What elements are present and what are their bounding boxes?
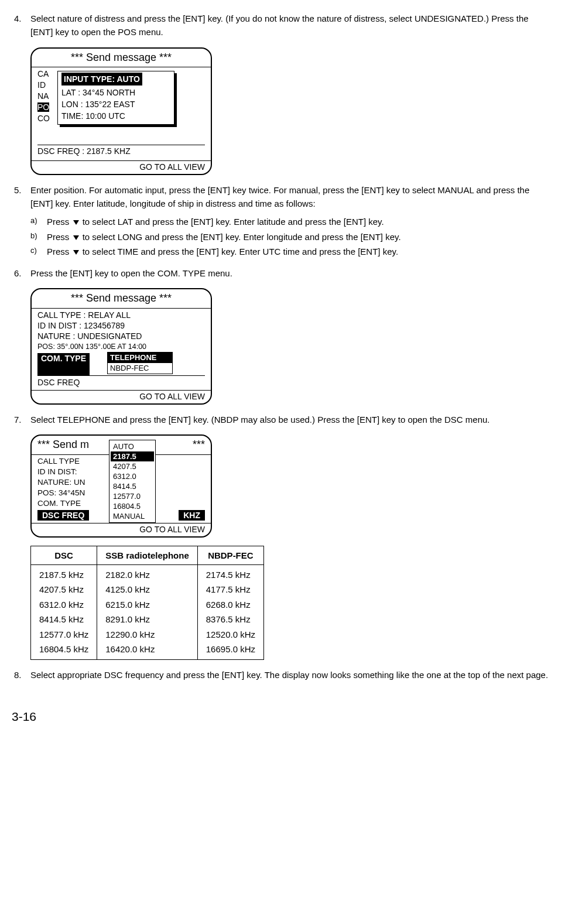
freq-value: 8376.5 kHz [206,612,255,627]
popup-option-selected[interactable]: 2187.5 [111,451,154,461]
step-text: Press the [ENT] key to open the COM. TYP… [30,266,551,280]
substep-text-before: Press [47,217,72,227]
substep-c: c) Press to select TIME and press the [E… [30,245,551,258]
popup-line: TIME: 10:00 UTC [61,110,170,122]
substep-text-after: to select LAT and press the [ENT] key. E… [80,217,384,227]
table-cell: 2187.5 kHz 4207.5 kHz 6312.0 kHz 8414.5 … [31,564,97,659]
freq-value: 12520.0 kHz [206,627,255,642]
step-text: Select appropriate DSC frequency and pre… [30,668,551,682]
step-4: 4. Select nature of distress and press t… [14,12,551,39]
screen-title: *** Send message *** [32,289,211,309]
substep-text: Press to select LONG and press the [ENT]… [47,230,551,244]
screen-row-selected: PO [37,102,49,112]
freq-value: 8291.0 kHz [105,612,189,627]
step-number: 5. [14,183,30,259]
screen-row: DSC FREQ : 2187.5 KHZ [37,145,205,158]
step-number: 8. [14,668,30,682]
popup-line: LON : 135°22 EAST [61,98,170,110]
step-text: Select TELEPHONE and press the [ENT] key… [30,413,551,426]
screen-row: DSC FREQ [37,375,205,388]
substep-label: b) [30,230,47,244]
freq-value: 6215.0 kHz [105,597,189,612]
popup-option[interactable]: 16804.5 [113,501,152,511]
substep-label: a) [30,215,47,228]
down-arrow-icon [73,250,79,255]
substep-text: Press to select LAT and press the [ENT] … [47,215,551,228]
popup-option[interactable]: 4207.5 [113,461,152,471]
step-number: 4. [14,12,30,39]
frequency-table: DSC SSB radiotelephone NBDP-FEC 2187.5 k… [30,546,264,660]
freq-value: 2187.5 kHz [39,567,88,583]
freq-value: 4125.0 kHz [105,582,189,597]
freq-value: 16420.0 kHz [105,642,189,657]
screen-footer: GO TO ALL VIEW [32,390,211,403]
popup-option[interactable]: 12577.0 [113,491,152,501]
table-header: NBDP-FEC [197,546,263,564]
pos-popup: INPUT TYPE: AUTO LAT : 34°45 NORTH LON :… [57,71,174,125]
step-text: Enter position. For automatic input, pre… [30,183,551,211]
popup-option[interactable]: 6312.0 [113,471,152,481]
screen-row: ID IN DIST : 123456789 [37,320,205,331]
down-arrow-icon [73,235,79,240]
dsc-popup: AUTO 2187.5 4207.5 6312.0 8414.5 12577.0… [109,440,156,523]
step-text: Select nature of distress and press the … [30,12,551,39]
substep-text-before: Press [47,247,72,256]
substep-text-before: Press [47,232,72,242]
screen-footer: GO TO ALL VIEW [32,523,211,536]
screen-pos-menu-wrap: *** Send message *** CA ID NA PO CO INPU… [30,47,551,175]
popup-header: INPUT TYPE: AUTO [61,73,142,85]
comtype-popup: TELEPHONE NBDP-FEC [107,352,173,374]
comtype-label: COM. TYPE [37,353,90,375]
screen-comtype: *** Send message *** CALL TYPE : RELAY A… [30,288,212,405]
freq-value: 4207.5 kHz [39,582,88,597]
dscfreq-unit: KHZ [179,510,205,521]
screen-row: CALL TYPE : RELAY ALL [37,310,205,320]
screen-title-left: *** Send m [37,439,89,450]
freq-value: 12290.0 kHz [105,627,189,642]
screen-dscfreq: *** Send m *** CALL TYPE ID IN DIST: NAT… [30,434,212,538]
substep-text-after: to select TIME and press the [ENT] key. … [80,247,399,256]
freq-value: 6312.0 kHz [39,597,88,612]
screen-row: POS: 35°.00N 135°.00E AT 14:00 [37,341,205,352]
popup-option[interactable]: AUTO [113,442,152,451]
screen-footer: GO TO ALL VIEW [32,160,211,174]
substep-a: a) Press to select LAT and press the [EN… [30,215,551,228]
freq-value: 6268.0 kHz [206,597,255,612]
screen-dscfreq-wrap: *** Send m *** CALL TYPE ID IN DIST: NAT… [30,434,551,538]
screen-row: NATURE : UNDESIGNATED [37,331,205,341]
freq-value: 2182.0 kHz [105,567,189,583]
step-6: 6. Press the [ENT] key to open the COM. … [14,266,551,280]
substep-label: c) [30,245,47,258]
dscfreq-label: DSC FREQ [37,510,89,521]
substep-text-after: to select LONG and press the [ENT] key. … [80,232,401,242]
screen-comtype-wrap: *** Send message *** CALL TYPE : RELAY A… [30,288,551,405]
substep-text: Press to select TIME and press the [ENT]… [47,245,551,258]
freq-value: 8414.5 kHz [39,612,88,627]
table-header: DSC [31,546,97,564]
popup-option[interactable]: 8414.5 [113,481,152,491]
step-7: 7. Select TELEPHONE and press the [ENT] … [14,413,551,426]
table-cell: 2182.0 kHz 4125.0 kHz 6215.0 kHz 8291.0 … [97,564,198,659]
freq-value: 12577.0 kHz [39,627,88,642]
step-8: 8. Select appropriate DSC frequency and … [14,668,551,682]
table-header: SSB radiotelephone [97,546,198,564]
down-arrow-icon [73,220,79,225]
freq-value: 16804.5 kHz [39,642,88,657]
step-5: 5. Enter position. For automatic input, … [14,183,551,259]
popup-option[interactable]: NBDP-FEC [108,363,172,374]
screen-title: *** Send message *** [32,49,211,68]
table-cell: 2174.5 kHz 4177.5 kHz 6268.0 kHz 8376.5 … [197,564,263,659]
freq-value: 16695.0 kHz [206,642,255,657]
step-number: 7. [14,413,30,426]
freq-value: 2174.5 kHz [206,567,255,583]
substep-b: b) Press to select LONG and press the [E… [30,230,551,244]
popup-option[interactable]: MANUAL [113,511,152,521]
popup-option-selected[interactable]: TELEPHONE [108,353,172,363]
screen-pos-menu: *** Send message *** CA ID NA PO CO INPU… [30,47,212,175]
step-number: 6. [14,266,30,280]
popup-line: LAT : 34°45 NORTH [61,87,170,98]
screen-title-tail: *** [193,437,205,453]
freq-value: 4177.5 kHz [206,582,255,597]
